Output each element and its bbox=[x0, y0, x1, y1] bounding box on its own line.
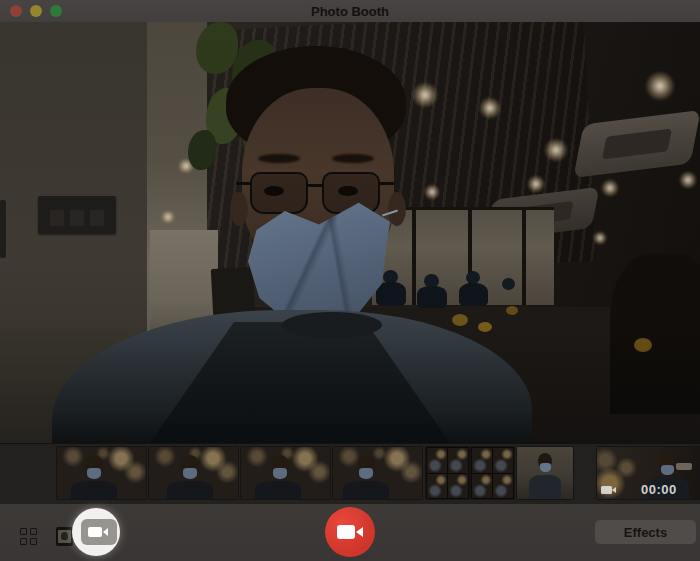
record-video-button[interactable] bbox=[325, 507, 375, 557]
effects-button[interactable]: Effects bbox=[595, 520, 696, 544]
ceiling-light bbox=[527, 175, 545, 193]
person-ear bbox=[230, 192, 248, 226]
minimize-button[interactable] bbox=[30, 5, 42, 17]
person-eyebrow bbox=[258, 154, 300, 163]
ceiling-light bbox=[645, 71, 675, 101]
filmstrip-thumbnail-photo[interactable] bbox=[57, 447, 146, 499]
person-eyebrow bbox=[332, 154, 374, 163]
video-camera-icon bbox=[337, 525, 355, 539]
ceiling-light bbox=[601, 179, 619, 197]
coworker-silhouette bbox=[502, 278, 515, 290]
filmstrip-thumbnail-photo[interactable] bbox=[241, 447, 330, 499]
filmstrip-thumbnail-burst[interactable] bbox=[426, 447, 469, 499]
video-mode-button[interactable] bbox=[81, 519, 117, 545]
filmstrip: 00:00 bbox=[0, 443, 700, 504]
light-switch-panel bbox=[38, 196, 116, 234]
wall-panel-edge bbox=[0, 200, 6, 258]
coworker-silhouette bbox=[376, 282, 406, 306]
video-camera-icon bbox=[601, 486, 612, 494]
zoom-button[interactable] bbox=[50, 5, 62, 17]
traffic-lights bbox=[10, 5, 62, 17]
ceiling-light bbox=[544, 138, 568, 162]
camera-preview bbox=[0, 22, 700, 443]
window-title: Photo Booth bbox=[0, 4, 700, 19]
yellow-chair bbox=[634, 338, 652, 352]
filmstrip-thumbnail-photo-portrait[interactable] bbox=[517, 447, 573, 499]
coworker-silhouette bbox=[459, 283, 488, 306]
glasses-temple bbox=[380, 182, 394, 185]
video-camera-icon bbox=[88, 527, 102, 537]
glasses-left-lens bbox=[250, 172, 308, 214]
photo-icon bbox=[58, 530, 71, 543]
photo-booth-window: Photo Booth bbox=[0, 0, 700, 561]
ceiling-light bbox=[412, 82, 438, 108]
person-shirt-collar bbox=[282, 312, 382, 338]
filmstrip-thumbnail-photo[interactable] bbox=[149, 447, 238, 499]
close-button[interactable] bbox=[10, 5, 22, 17]
yellow-chair bbox=[506, 306, 518, 315]
window-reflection bbox=[160, 211, 176, 223]
photo-mode-button[interactable] bbox=[56, 527, 73, 546]
coworker-silhouette-right bbox=[610, 254, 700, 414]
toolbar: Effects bbox=[0, 504, 700, 561]
yellow-chair bbox=[452, 314, 468, 326]
yellow-chair bbox=[478, 322, 492, 332]
ceiling-light bbox=[679, 171, 697, 189]
coworker-silhouette bbox=[417, 286, 447, 308]
four-up-mode-button[interactable] bbox=[20, 528, 37, 545]
filmstrip-thumbnail-burst[interactable] bbox=[471, 447, 514, 499]
monitor-silhouette bbox=[211, 267, 255, 317]
ceiling-light bbox=[593, 231, 607, 245]
filmstrip-thumbnail-photo[interactable] bbox=[333, 447, 422, 499]
filmstrip-thumbnail-video[interactable]: 00:00 bbox=[597, 447, 700, 499]
titlebar: Photo Booth bbox=[0, 0, 700, 22]
video-duration: 00:00 bbox=[641, 482, 677, 497]
ceiling-light bbox=[479, 97, 501, 119]
ceiling-light bbox=[424, 184, 440, 200]
glasses-bridge bbox=[306, 184, 324, 187]
glasses-temple bbox=[236, 182, 250, 185]
